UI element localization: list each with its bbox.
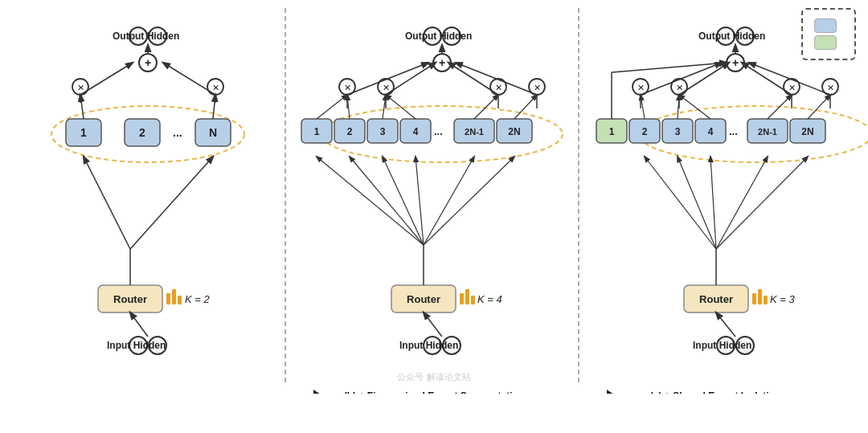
svg-line-88 xyxy=(350,157,424,245)
svg-line-57 xyxy=(448,63,498,95)
svg-text:Router: Router xyxy=(699,293,733,305)
svg-text:2: 2 xyxy=(139,126,145,139)
svg-line-96 xyxy=(424,312,442,337)
svg-text:3: 3 xyxy=(675,126,681,137)
svg-rect-144 xyxy=(758,289,762,304)
svg-line-115 xyxy=(679,63,729,95)
svg-text:2N-1: 2N-1 xyxy=(758,127,777,137)
svg-text:...: ... xyxy=(729,125,738,137)
svg-line-152 xyxy=(716,157,808,249)
svg-text:(b) + Fine-grained Expert Segm: (b) + Fine-grained Expert Segmentation xyxy=(344,390,524,394)
svg-line-36 xyxy=(130,312,148,337)
svg-text:2N: 2N xyxy=(801,126,813,137)
svg-text:Output Hidden: Output Hidden xyxy=(113,31,179,42)
svg-text:2: 2 xyxy=(347,126,353,137)
svg-text:+: + xyxy=(145,56,151,69)
svg-line-31 xyxy=(84,157,130,249)
svg-text:✕: ✕ xyxy=(637,83,645,92)
legend-color-shared xyxy=(814,35,837,50)
svg-line-148 xyxy=(645,157,716,249)
svg-line-87 xyxy=(317,157,424,245)
svg-text:✕: ✕ xyxy=(676,83,683,92)
main-svg: Output Hidden + ✕ ✕ 1 2 ... N R xyxy=(0,0,868,394)
svg-text:4: 4 xyxy=(413,126,419,137)
svg-text:✕: ✕ xyxy=(788,83,796,92)
svg-rect-26 xyxy=(166,293,170,304)
svg-text:K = 4: K = 4 xyxy=(477,293,502,305)
svg-line-23 xyxy=(213,95,215,119)
svg-text:✕: ✕ xyxy=(77,83,84,92)
svg-line-136 xyxy=(679,95,710,119)
svg-line-138 xyxy=(808,95,830,119)
svg-text:3: 3 xyxy=(380,126,386,137)
legend xyxy=(801,8,856,60)
svg-text:(c) + Shared Expert Isolation: (c) + Shared Expert Isolation xyxy=(650,390,780,394)
svg-text:1: 1 xyxy=(609,126,615,137)
svg-text:✕: ✕ xyxy=(827,83,834,92)
svg-line-150 xyxy=(710,157,716,249)
svg-text:...: ... xyxy=(173,126,182,139)
svg-text:K = 3: K = 3 xyxy=(770,293,795,305)
svg-text:2N-1: 2N-1 xyxy=(465,127,484,137)
svg-line-55 xyxy=(386,63,436,95)
svg-text:+: + xyxy=(439,56,445,69)
svg-text:2: 2 xyxy=(642,126,648,137)
svg-text:Output Hidden: Output Hidden xyxy=(405,31,472,42)
svg-rect-28 xyxy=(178,296,182,304)
svg-line-32 xyxy=(130,157,213,249)
svg-line-22 xyxy=(80,95,84,119)
svg-text:2N: 2N xyxy=(508,126,520,137)
svg-rect-27 xyxy=(172,289,176,304)
svg-text:Output Hidden: Output Hidden xyxy=(698,31,765,42)
svg-line-149 xyxy=(678,157,716,249)
svg-line-91 xyxy=(424,157,474,245)
svg-text:✕: ✕ xyxy=(495,83,502,92)
svg-line-74 xyxy=(317,95,347,119)
svg-text:✕: ✕ xyxy=(212,83,219,92)
svg-text:K = 2: K = 2 xyxy=(185,293,210,305)
svg-marker-158 xyxy=(296,390,328,394)
svg-line-92 xyxy=(424,157,514,245)
svg-rect-145 xyxy=(764,296,768,304)
svg-line-11 xyxy=(80,63,133,95)
svg-text:Input Hidden: Input Hidden xyxy=(107,340,166,351)
legend-color-routed xyxy=(814,18,837,33)
svg-rect-83 xyxy=(465,289,469,304)
svg-marker-160 xyxy=(589,390,621,394)
svg-line-156 xyxy=(716,312,735,337)
svg-text:1: 1 xyxy=(314,126,320,137)
svg-text:+: + xyxy=(732,56,739,69)
svg-line-89 xyxy=(383,157,424,245)
svg-text:✕: ✕ xyxy=(534,83,541,92)
svg-line-90 xyxy=(416,157,424,245)
svg-rect-143 xyxy=(752,293,756,304)
svg-text:N: N xyxy=(209,126,217,139)
svg-text:Input Hidden: Input Hidden xyxy=(399,340,458,351)
svg-text:Router: Router xyxy=(407,293,440,305)
legend-item-shared xyxy=(814,35,843,50)
svg-text:Input Hidden: Input Hidden xyxy=(693,340,751,351)
svg-text:...: ... xyxy=(434,125,443,137)
svg-text:✕: ✕ xyxy=(383,83,390,92)
svg-text:Router: Router xyxy=(113,293,147,305)
svg-text:✕: ✕ xyxy=(344,83,351,92)
svg-text:4: 4 xyxy=(708,126,714,137)
svg-line-117 xyxy=(742,63,792,95)
svg-rect-84 xyxy=(471,296,475,304)
svg-line-13 xyxy=(163,63,215,95)
svg-rect-82 xyxy=(460,293,464,304)
svg-text:1: 1 xyxy=(80,126,87,139)
svg-line-151 xyxy=(716,157,768,249)
legend-item-routed xyxy=(814,18,843,33)
